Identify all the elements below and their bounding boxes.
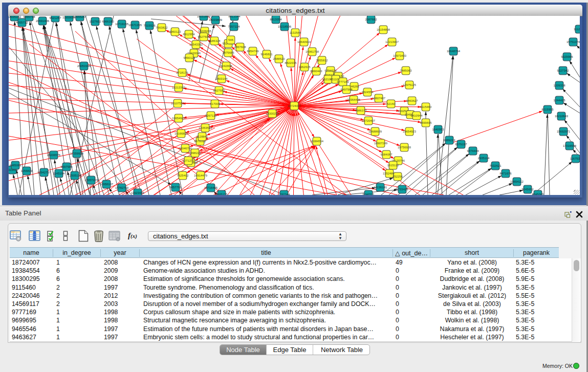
svg-text:252254: 252254 bbox=[393, 175, 403, 178]
svg-text:18907249: 18907249 bbox=[374, 142, 387, 145]
svg-text:12975125: 12975125 bbox=[403, 83, 417, 86]
svg-text:9527506: 9527506 bbox=[198, 35, 210, 38]
svg-text:16648764: 16648764 bbox=[447, 50, 461, 53]
svg-text:19384554: 19384554 bbox=[310, 140, 324, 143]
svg-text:20206576: 20206576 bbox=[47, 154, 61, 157]
svg-text:10107553: 10107553 bbox=[171, 102, 185, 105]
svg-text:9474444: 9474444 bbox=[467, 149, 480, 152]
svg-text:18724007: 18724007 bbox=[288, 104, 301, 107]
svg-text:1733426: 1733426 bbox=[397, 188, 409, 191]
svg-text:15226055: 15226055 bbox=[198, 30, 212, 33]
svg-text:8912954: 8912954 bbox=[183, 33, 195, 36]
svg-text:19654923: 19654923 bbox=[403, 130, 417, 133]
svg-text:2935114: 2935114 bbox=[478, 157, 490, 160]
svg-text:18640910: 18640910 bbox=[297, 40, 311, 43]
svg-text:2803144: 2803144 bbox=[216, 77, 228, 80]
svg-text:7632621: 7632621 bbox=[490, 164, 502, 167]
svg-text:9055718: 9055718 bbox=[24, 16, 36, 18]
svg-text:19166825: 19166825 bbox=[175, 132, 188, 135]
svg-text:7357224: 7357224 bbox=[228, 25, 241, 28]
svg-text:7625402: 7625402 bbox=[177, 174, 189, 177]
svg-text:9329966: 9329966 bbox=[561, 55, 574, 58]
svg-text:8990443: 8990443 bbox=[311, 70, 323, 73]
svg-text:20364436: 20364436 bbox=[347, 98, 361, 101]
svg-text:417006: 417006 bbox=[210, 102, 220, 105]
svg-text:10958107: 10958107 bbox=[100, 183, 113, 186]
svg-text:6579197: 6579197 bbox=[455, 143, 467, 146]
svg-text:8813054: 8813054 bbox=[270, 18, 282, 21]
svg-text:19218506: 19218506 bbox=[278, 25, 292, 28]
svg-text:17016504: 17016504 bbox=[563, 144, 577, 147]
svg-text:1145194: 1145194 bbox=[53, 172, 65, 175]
svg-text:19756928: 19756928 bbox=[398, 146, 411, 149]
svg-text:3875685: 3875685 bbox=[223, 51, 235, 54]
svg-text:9084067: 9084067 bbox=[381, 153, 393, 156]
svg-text:9115460: 9115460 bbox=[420, 105, 432, 108]
svg-text:10688609: 10688609 bbox=[368, 130, 382, 133]
svg-text:6966160: 6966160 bbox=[102, 20, 115, 23]
svg-text:15751074: 15751074 bbox=[567, 40, 580, 43]
svg-text:9505135: 9505135 bbox=[216, 193, 228, 195]
svg-text:10719155: 10719155 bbox=[115, 23, 129, 26]
svg-text:12942757: 12942757 bbox=[37, 171, 51, 174]
svg-text:9245065: 9245065 bbox=[532, 193, 545, 195]
svg-text:18935192: 18935192 bbox=[9, 16, 21, 18]
svg-text:16782759: 16782759 bbox=[115, 186, 128, 189]
svg-text:1132544: 1132544 bbox=[290, 31, 301, 34]
svg-text:19654923: 19654923 bbox=[172, 117, 186, 120]
svg-text:7663822: 7663822 bbox=[156, 26, 168, 29]
svg-text:1615112: 1615112 bbox=[387, 164, 399, 167]
svg-text:1292344: 1292344 bbox=[278, 193, 291, 195]
svg-text:16154808: 16154808 bbox=[377, 28, 390, 31]
svg-text:1527602: 1527602 bbox=[90, 20, 101, 23]
svg-text:10654112: 10654112 bbox=[510, 180, 524, 183]
svg-text:18300295: 18300295 bbox=[266, 112, 279, 115]
svg-text:9699695: 9699695 bbox=[420, 121, 432, 124]
svg-text:10973493: 10973493 bbox=[393, 54, 407, 57]
svg-text:4055712: 4055712 bbox=[16, 21, 28, 24]
svg-text:10655267: 10655267 bbox=[73, 16, 86, 18]
svg-text:8960123: 8960123 bbox=[169, 30, 182, 33]
svg-text:16671355: 16671355 bbox=[128, 24, 142, 27]
svg-text:9521267: 9521267 bbox=[50, 16, 61, 19]
svg-text:29053346: 29053346 bbox=[77, 64, 91, 68]
svg-text:1244415: 1244415 bbox=[554, 99, 566, 102]
svg-text:8813544: 8813544 bbox=[229, 16, 241, 18]
svg-text:1128841: 1128841 bbox=[197, 135, 208, 138]
svg-text:8454749: 8454749 bbox=[247, 50, 259, 53]
svg-text:7955812: 7955812 bbox=[316, 59, 328, 62]
svg-text:9389213: 9389213 bbox=[444, 139, 456, 142]
svg-text:7515526: 7515526 bbox=[144, 24, 156, 27]
svg-text:14136141: 14136141 bbox=[374, 186, 387, 189]
svg-text:6497568: 6497568 bbox=[341, 88, 353, 91]
svg-text:13353594: 13353594 bbox=[199, 126, 212, 129]
svg-text:8427552: 8427552 bbox=[213, 89, 225, 92]
svg-text:9397586: 9397586 bbox=[61, 165, 73, 168]
svg-text:16914479: 16914479 bbox=[194, 174, 207, 177]
svg-text:9245652: 9245652 bbox=[522, 188, 534, 191]
svg-text:17359928: 17359928 bbox=[70, 152, 84, 155]
svg-text:10046786: 10046786 bbox=[179, 147, 192, 150]
svg-text:1156819: 1156819 bbox=[21, 169, 33, 172]
svg-text:8471676: 8471676 bbox=[500, 172, 512, 175]
svg-text:9777169: 9777169 bbox=[337, 80, 349, 83]
svg-text:9890121: 9890121 bbox=[184, 56, 195, 59]
svg-text:9463627: 9463627 bbox=[406, 99, 418, 102]
svg-text:12505135: 12505135 bbox=[68, 174, 82, 177]
svg-text:1112890: 1112890 bbox=[574, 28, 580, 31]
svg-text:1167533: 1167533 bbox=[570, 157, 580, 160]
svg-text:2087682: 2087682 bbox=[365, 18, 377, 21]
svg-text:8215955: 8215955 bbox=[542, 108, 554, 111]
svg-text:8186328: 8186328 bbox=[209, 39, 221, 42]
svg-text:7485063: 7485063 bbox=[400, 69, 412, 72]
svg-text:1271272: 1271272 bbox=[183, 159, 194, 162]
svg-text:17957223: 17957223 bbox=[84, 179, 98, 182]
svg-text:2588520: 2588520 bbox=[273, 57, 286, 60]
svg-text:16961758: 16961758 bbox=[306, 50, 319, 53]
svg-text:7986372: 7986372 bbox=[355, 109, 367, 112]
svg-text:2718176: 2718176 bbox=[177, 71, 189, 74]
svg-text:15716485: 15716485 bbox=[204, 186, 218, 189]
svg-text:15720407: 15720407 bbox=[362, 119, 375, 122]
svg-text:16033809: 16033809 bbox=[209, 18, 222, 21]
svg-text:1485061: 1485061 bbox=[10, 164, 21, 167]
